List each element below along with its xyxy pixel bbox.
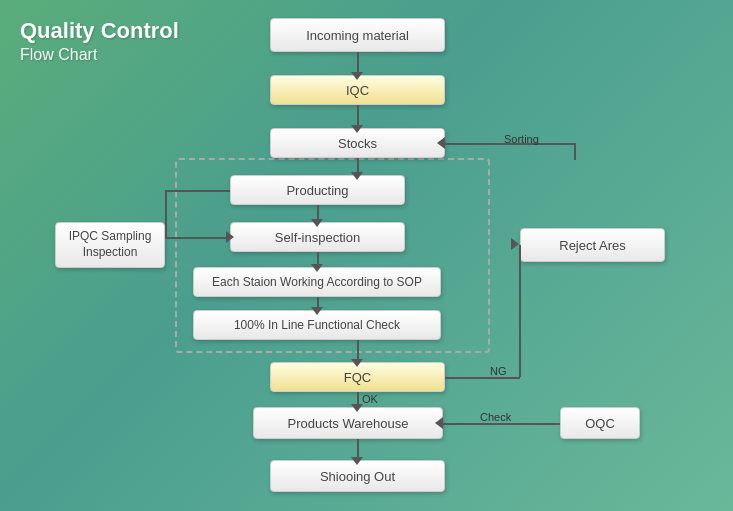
arrowhead-check	[435, 417, 443, 429]
arrowhead-selfinsp-sop	[311, 264, 323, 272]
arrow-ng-h	[445, 377, 520, 379]
oqc-box: OQC	[560, 407, 640, 439]
chart-title: Quality Control Flow Chart	[20, 18, 179, 64]
arrow-ipqc-h	[165, 237, 230, 239]
reject-area-box: Reject Ares	[520, 228, 665, 262]
arrow-ipqc-h2	[165, 190, 230, 192]
arrowhead-iqc-stocks	[351, 125, 363, 133]
arrowhead-sorting	[437, 137, 445, 149]
arrowhead-reject	[511, 238, 519, 250]
arrow-ng-v	[519, 245, 521, 377]
title-sub: Flow Chart	[20, 46, 179, 64]
sorting-label: Sorting	[504, 133, 539, 145]
ng-label: NG	[490, 365, 507, 377]
arrowhead-check-fqc	[351, 359, 363, 367]
arrowhead-producting-selfinsp	[311, 219, 323, 227]
arrowhead-warehouse-shipping	[351, 457, 363, 465]
producting-box: Producting	[230, 175, 405, 205]
ok-label: OK	[362, 393, 378, 405]
arrowhead-incoming-iqc	[351, 72, 363, 80]
ipqc-box: IPQC Sampling Inspection	[55, 222, 165, 268]
arrow-sorting-v-right	[574, 143, 576, 160]
incoming-material-box: Incoming material	[270, 18, 445, 52]
title-main: Quality Control	[20, 18, 179, 44]
products-warehouse-box: Products Warehouse	[253, 407, 443, 439]
arrowhead-stocks-producting	[351, 172, 363, 180]
arrowhead-fqc-warehouse	[351, 404, 363, 412]
arrowhead-ipqc	[226, 231, 234, 243]
arrow-ipqc-v	[165, 190, 167, 237]
arrow-check-h	[443, 423, 560, 425]
check-label: Check	[480, 411, 511, 423]
arrowhead-sop-check	[311, 307, 323, 315]
